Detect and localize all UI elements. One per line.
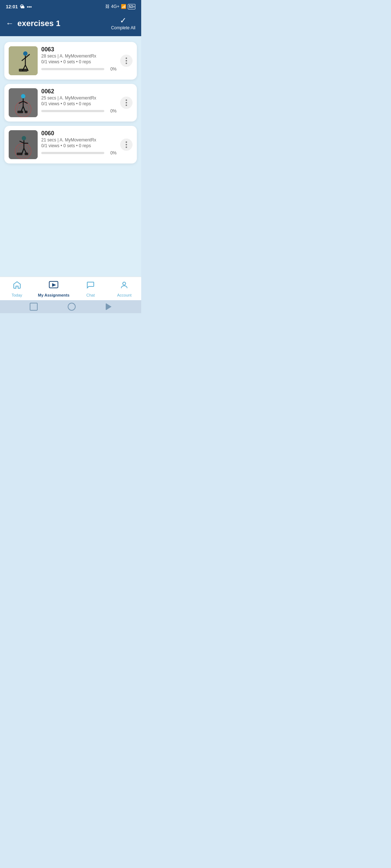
battery-indicator: 53: [128, 4, 135, 9]
dot-icon: [126, 144, 127, 145]
exercise-info-0060: 0060 21 secs | A. MyMovementRx 0/1 views…: [41, 130, 117, 156]
more-menu-button-0060[interactable]: [120, 139, 133, 151]
progress-bar-bg-0063: [41, 68, 104, 70]
exercise-figure-0060: [9, 130, 38, 159]
header-left: ← exercises 1: [6, 19, 60, 28]
status-right: ⛓ 4G+ 📶 53: [105, 4, 135, 9]
progress-row-0062: 0%: [41, 109, 117, 114]
progress-row-0063: 0%: [41, 67, 117, 72]
nav-item-today[interactable]: Today: [4, 281, 30, 297]
exercise-stats-0062: 0/1 views • 0 sets • 0 reps: [41, 101, 117, 106]
exercise-card-0062[interactable]: 0062 25 secs | A. MyMovementRx 0/1 views…: [4, 84, 137, 122]
progress-bar-bg-0062: [41, 110, 104, 112]
dot-icon: [126, 63, 127, 64]
dot-icon: [126, 141, 127, 143]
account-icon: [120, 281, 129, 292]
assignments-icon: [49, 281, 58, 292]
exercise-name-0063: 0063: [41, 46, 117, 53]
dot-icon: [126, 102, 127, 103]
android-back-button[interactable]: [106, 303, 112, 310]
nav-label-my-assignments: My Assignments: [38, 293, 70, 297]
complete-all-button[interactable]: ✓ Complete All: [111, 17, 135, 30]
dot-icon: [126, 146, 127, 148]
svg-marker-34: [52, 283, 56, 287]
status-left: 12:01 🌥 •••: [6, 4, 32, 9]
exercise-meta-0062: 25 secs | A. MyMovementRx: [41, 95, 117, 101]
header: ← exercises 1 ✓ Complete All: [0, 13, 141, 36]
weather-icon: 🌥: [20, 4, 25, 9]
nav-label-account: Account: [117, 293, 131, 297]
svg-rect-32: [25, 153, 28, 155]
svg-rect-19: [17, 111, 23, 113]
dot-icon: [126, 58, 127, 59]
exercise-info-0063: 0063 28 secs | A. MyMovementRx 0/1 views…: [41, 46, 117, 72]
exercise-name-0062: 0062: [41, 88, 117, 95]
exercise-figure-0062: [9, 88, 38, 117]
exercise-thumbnail-0060: [9, 130, 38, 159]
home-icon: [13, 281, 21, 292]
status-bar: 12:01 🌥 ••• ⛓ 4G+ 📶 53: [0, 0, 141, 13]
android-nav-bar: [0, 300, 141, 313]
exercise-card-0063[interactable]: 0063 28 secs | A. MyMovementRx 0/1 views…: [4, 42, 137, 80]
android-square-button[interactable]: [30, 303, 38, 311]
progress-percent-0063: 0%: [106, 67, 117, 72]
dot-icon: [126, 99, 127, 101]
checkmark-icon: ✓: [120, 17, 126, 25]
android-home-button[interactable]: [68, 303, 76, 311]
time-display: 12:01: [6, 4, 18, 9]
exercise-figure-0063: [9, 46, 38, 75]
exercise-stats-0060: 0/1 views • 0 sets • 0 reps: [41, 143, 117, 148]
progress-percent-0062: 0%: [106, 109, 117, 114]
svg-point-13: [21, 94, 25, 98]
exercise-stats-0063: 0/1 views • 0 sets • 0 reps: [41, 59, 117, 64]
svg-rect-8: [19, 69, 28, 72]
page-title: exercises 1: [17, 19, 60, 28]
link-icon: ⛓: [105, 4, 110, 9]
signal-label: 4G+: [111, 4, 119, 9]
complete-all-label: Complete All: [111, 25, 135, 30]
more-menu-button-0063[interactable]: [120, 55, 133, 67]
exercise-name-0060: 0060: [41, 130, 117, 137]
dot-icon: [126, 60, 127, 61]
chat-icon: [86, 281, 95, 292]
nav-label-today: Today: [12, 293, 22, 297]
svg-rect-31: [17, 153, 22, 155]
exercise-meta-0063: 28 secs | A. MyMovementRx: [41, 54, 117, 59]
exercise-list: 0063 28 secs | A. MyMovementRx 0/1 views…: [0, 36, 141, 277]
nav-item-account[interactable]: Account: [112, 281, 137, 297]
back-button[interactable]: ←: [6, 20, 14, 27]
more-icon: •••: [27, 4, 32, 9]
more-menu-button-0062[interactable]: [120, 97, 133, 109]
exercise-meta-0060: 21 secs | A. MyMovementRx: [41, 137, 117, 142]
svg-rect-20: [25, 111, 28, 113]
svg-point-2: [23, 51, 28, 56]
progress-bar-bg-0060: [41, 152, 104, 154]
exercise-thumbnail-0063: [9, 46, 38, 75]
dot-icon: [126, 105, 127, 106]
nav-label-chat: Chat: [86, 293, 94, 297]
signal-bars-icon: 📶: [121, 4, 126, 9]
exercise-info-0062: 0062 25 secs | A. MyMovementRx 0/1 views…: [41, 88, 117, 114]
progress-percent-0060: 0%: [106, 150, 117, 156]
progress-row-0060: 0%: [41, 150, 117, 156]
exercise-thumbnail-0062: [9, 88, 38, 117]
nav-item-chat[interactable]: Chat: [78, 281, 103, 297]
exercise-card-0060[interactable]: 0060 21 secs | A. MyMovementRx 0/1 views…: [4, 126, 137, 163]
bottom-nav: Today My Assignments Chat Account: [0, 277, 141, 300]
nav-item-my-assignments[interactable]: My Assignments: [38, 281, 70, 297]
svg-point-25: [22, 136, 26, 140]
svg-point-35: [123, 282, 126, 285]
